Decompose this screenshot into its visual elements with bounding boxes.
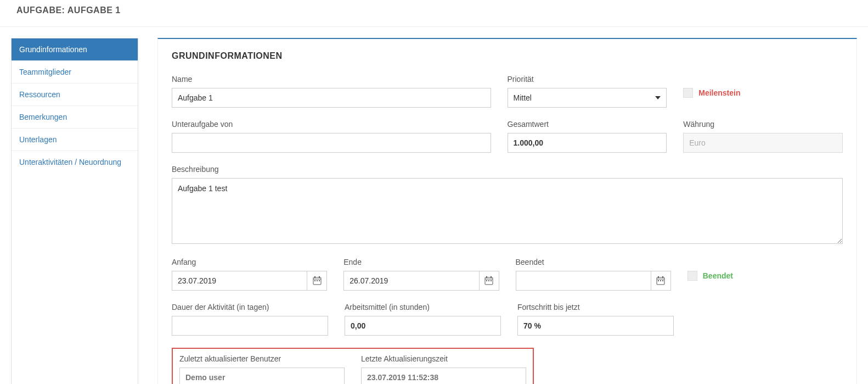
group-description: Beschreibung [172,165,843,246]
label-last-user: Zuletzt aktualisierter Benutzer [179,354,345,363]
calendar-button-end[interactable] [480,271,499,291]
input-last-time [361,368,526,384]
svg-rect-4 [314,280,315,281]
sidebar-item-teammitglieder[interactable]: Teammitglieder [12,61,138,84]
main-panel: GRUNDINFORMATIONEN Name Priorität Mittel… [157,38,857,384]
svg-rect-12 [488,280,489,281]
sidebar-nav: Grundinformationen Teammitglieder Ressou… [11,38,138,384]
svg-rect-19 [660,280,661,281]
calendar-icon [656,276,665,285]
group-currency: Währung Euro [683,120,843,153]
label-end: Ende [343,258,499,266]
calendar-icon [484,276,493,285]
label-finished-date: Beendet [516,258,671,266]
group-milestone: Meilenstein [683,75,843,108]
input-start[interactable] [172,271,307,291]
svg-rect-5 [317,280,318,281]
svg-rect-18 [658,280,659,281]
input-duration[interactable] [172,316,328,336]
label-total-value: Gesamtwert [508,120,667,129]
row-subtask-value-currency: Unteraufgabe von Gesamtwert Währung Euro [172,120,843,153]
label-name: Name [172,75,491,84]
inputgroup-finished [516,271,671,291]
sidebar-item-ressourcen[interactable]: Ressourcen [12,84,138,106]
input-progress[interactable] [517,316,674,336]
group-progress: Fortschritt bis jetzt [517,303,674,336]
input-last-user [179,368,345,384]
input-name[interactable] [172,88,491,108]
last-update-box: Zuletzt aktualisierter Benutzer Letzte A… [172,348,534,384]
group-last-time: Letzte Aktualisierungszeit [361,354,526,384]
label-milestone: Meilenstein [698,88,740,97]
sidebar-item-unterlagen[interactable]: Unterlagen [12,129,138,151]
label-finished-flag: Beendet [703,271,733,280]
sidebar-item-grundinformationen[interactable]: Grundinformationen [12,38,138,61]
textarea-description[interactable] [172,178,843,244]
label-duration: Dauer der Aktivität (in tagen) [172,303,328,311]
calendar-button-start[interactable] [307,271,327,291]
calendar-button-finished[interactable] [651,271,671,291]
row-description: Beschreibung [172,165,843,246]
label-progress: Fortschritt bis jetzt [517,303,674,311]
inputgroup-end [343,271,499,291]
group-duration: Dauer der Aktivität (in tagen) [172,303,328,336]
row-dates: Anfang Ende Beendet [172,258,843,291]
group-finished-flag: Beendet [687,258,843,291]
checkbox-finished[interactable] [687,271,697,281]
label-currency: Währung [683,120,843,129]
select-currency: Euro [683,133,843,153]
group-priority: Priorität Mittel [508,75,667,108]
input-effort[interactable] [345,316,501,336]
row-name-priority: Name Priorität Mittel Meilenstein [172,75,843,108]
section-title: GRUNDINFORMATIONEN [172,51,843,61]
group-subtask-of: Unteraufgabe von [172,120,491,153]
label-priority: Priorität [508,75,667,84]
page-title: AUFGABE: AUFGABE 1 [16,5,852,15]
group-last-user: Zuletzt aktualisierter Benutzer [179,354,345,384]
svg-rect-6 [319,280,320,281]
label-effort: Arbeitsmittel (in stunden) [345,303,501,311]
group-name: Name [172,75,491,108]
group-effort: Arbeitsmittel (in stunden) [345,303,501,336]
inputgroup-start [172,271,327,291]
label-subtask-of: Unteraufgabe von [172,120,491,129]
page-header: AUFGABE: AUFGABE 1 [0,0,868,27]
group-end: Ende [343,258,499,291]
svg-rect-11 [486,280,487,281]
checkbox-milestone[interactable] [683,88,693,98]
label-last-time: Letzte Aktualisierungszeit [361,354,526,363]
label-description: Beschreibung [172,165,843,174]
calendar-icon [313,276,322,285]
sidebar-item-unteraktivitaeten[interactable]: Unteraktivitäten / Neuordnung [12,151,138,173]
group-finished-date: Beendet [516,258,671,291]
row-duration-effort-progress: Dauer der Aktivität (in tagen) Arbeitsmi… [172,303,674,336]
svg-rect-13 [491,280,492,281]
input-subtask-of[interactable] [172,133,491,153]
input-finished-date[interactable] [516,271,651,291]
group-total-value: Gesamtwert [508,120,667,153]
content-wrapper: Grundinformationen Teammitglieder Ressou… [0,27,868,384]
input-end[interactable] [343,271,479,291]
input-total-value[interactable] [508,133,667,153]
group-start: Anfang [172,258,327,291]
select-priority[interactable]: Mittel [508,88,667,108]
label-start: Anfang [172,258,327,266]
sidebar-item-bemerkungen[interactable]: Bemerkungen [12,106,138,129]
svg-rect-20 [662,280,663,281]
